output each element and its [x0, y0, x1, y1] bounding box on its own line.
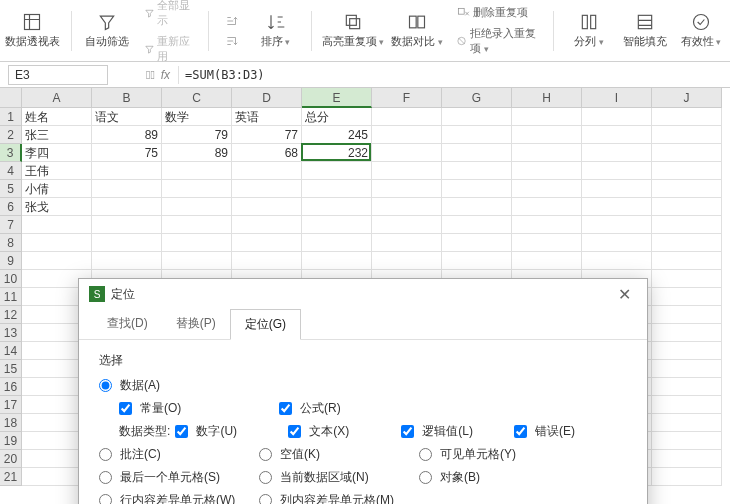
cell[interactable]: 245	[302, 126, 372, 144]
cell[interactable]	[582, 234, 652, 252]
auto-filter-button[interactable]: 自动筛选	[84, 6, 130, 56]
row-header-10[interactable]: 10	[0, 270, 22, 288]
row-headers[interactable]: 123456789101112131415161718192021	[0, 108, 22, 486]
name-box[interactable]: E3	[8, 65, 108, 85]
cell[interactable]: 张三	[22, 126, 92, 144]
cell[interactable]	[652, 162, 722, 180]
cell[interactable]	[652, 468, 722, 486]
cell[interactable]	[372, 234, 442, 252]
cell[interactable]	[372, 216, 442, 234]
cell[interactable]: 68	[232, 144, 302, 162]
cell[interactable]	[232, 162, 302, 180]
cell[interactable]: 小倩	[22, 180, 92, 198]
highlight-dup-button[interactable]: 高亮重复项 ▾	[323, 6, 382, 56]
check-logical[interactable]: 逻辑值(L)	[401, 423, 514, 440]
cell[interactable]	[302, 216, 372, 234]
cell[interactable]: 77	[232, 126, 302, 144]
cell[interactable]	[92, 198, 162, 216]
reapply-button[interactable]: 重新应用	[140, 32, 196, 66]
cell[interactable]	[582, 198, 652, 216]
close-icon[interactable]: ✕	[612, 283, 637, 306]
cell[interactable]	[512, 198, 582, 216]
cell[interactable]	[652, 414, 722, 432]
cell[interactable]: 75	[92, 144, 162, 162]
cell[interactable]	[652, 378, 722, 396]
row-header-15[interactable]: 15	[0, 360, 22, 378]
select-all-corner[interactable]	[0, 88, 22, 108]
cell[interactable]	[442, 252, 512, 270]
split-column-button[interactable]: 分列 ▾	[566, 6, 612, 56]
cell[interactable]	[582, 216, 652, 234]
cell[interactable]	[652, 360, 722, 378]
check-constant[interactable]: 常量(O)	[119, 400, 279, 417]
cell[interactable]	[652, 306, 722, 324]
cell[interactable]	[162, 234, 232, 252]
check-error[interactable]: 错误(E)	[514, 423, 627, 440]
cell[interactable]	[512, 234, 582, 252]
cell[interactable]	[372, 126, 442, 144]
row-header-11[interactable]: 11	[0, 288, 22, 306]
cell[interactable]	[372, 252, 442, 270]
cell[interactable]: 总分	[302, 108, 372, 126]
cell[interactable]	[162, 252, 232, 270]
cell[interactable]	[22, 252, 92, 270]
sort-asc-button[interactable]	[221, 12, 243, 30]
row-header-13[interactable]: 13	[0, 324, 22, 342]
cell[interactable]	[232, 198, 302, 216]
cell[interactable]	[512, 144, 582, 162]
sort-desc-button[interactable]	[221, 32, 243, 50]
cell[interactable]	[512, 252, 582, 270]
cell[interactable]	[652, 450, 722, 468]
cell[interactable]: 李四	[22, 144, 92, 162]
cell[interactable]	[232, 234, 302, 252]
cell[interactable]	[652, 198, 722, 216]
cell[interactable]	[302, 198, 372, 216]
col-header-H[interactable]: H	[512, 88, 582, 108]
col-header-D[interactable]: D	[232, 88, 302, 108]
cell[interactable]: 王伟	[22, 162, 92, 180]
show-all-button[interactable]: 全部显示	[140, 0, 196, 30]
formula-input[interactable]: =SUM(B3:D3)	[178, 66, 730, 84]
cell[interactable]: 张戈	[22, 198, 92, 216]
sort-button[interactable]: 排序 ▾	[253, 6, 299, 56]
cell[interactable]	[652, 252, 722, 270]
cell[interactable]	[582, 162, 652, 180]
cell[interactable]	[442, 144, 512, 162]
cell[interactable]	[442, 126, 512, 144]
cell[interactable]	[652, 126, 722, 144]
cell[interactable]	[92, 180, 162, 198]
col-header-A[interactable]: A	[22, 88, 92, 108]
fx-icon[interactable]: fx	[161, 68, 170, 82]
row-header-12[interactable]: 12	[0, 306, 22, 324]
cell[interactable]	[442, 180, 512, 198]
cell[interactable]	[442, 234, 512, 252]
cell[interactable]	[652, 288, 722, 306]
cell[interactable]	[302, 180, 372, 198]
cell[interactable]	[512, 126, 582, 144]
cell[interactable]	[582, 180, 652, 198]
cell[interactable]: 79	[162, 126, 232, 144]
row-header-19[interactable]: 19	[0, 432, 22, 450]
cell[interactable]	[512, 162, 582, 180]
cell[interactable]	[232, 216, 302, 234]
cell[interactable]: 89	[162, 144, 232, 162]
cell[interactable]	[512, 180, 582, 198]
cell[interactable]: 89	[92, 126, 162, 144]
cell[interactable]	[442, 162, 512, 180]
cell[interactable]	[512, 108, 582, 126]
row-header-16[interactable]: 16	[0, 378, 22, 396]
smart-fill-button[interactable]: 智能填充	[622, 6, 668, 56]
radio-data[interactable]: 数据(A)	[99, 377, 259, 394]
cell[interactable]	[162, 198, 232, 216]
cell[interactable]	[372, 180, 442, 198]
pivot-table-button[interactable]: 数据透视表	[6, 6, 59, 56]
cell[interactable]	[92, 234, 162, 252]
cell[interactable]: 语文	[92, 108, 162, 126]
check-formula[interactable]: 公式(R)	[279, 400, 439, 417]
row-header-4[interactable]: 4	[0, 162, 22, 180]
cell[interactable]	[512, 216, 582, 234]
row-header-9[interactable]: 9	[0, 252, 22, 270]
radio-visible[interactable]: 可见单元格(Y)	[419, 446, 579, 463]
radio-current[interactable]: 当前数据区域(N)	[259, 469, 419, 486]
col-header-B[interactable]: B	[92, 88, 162, 108]
